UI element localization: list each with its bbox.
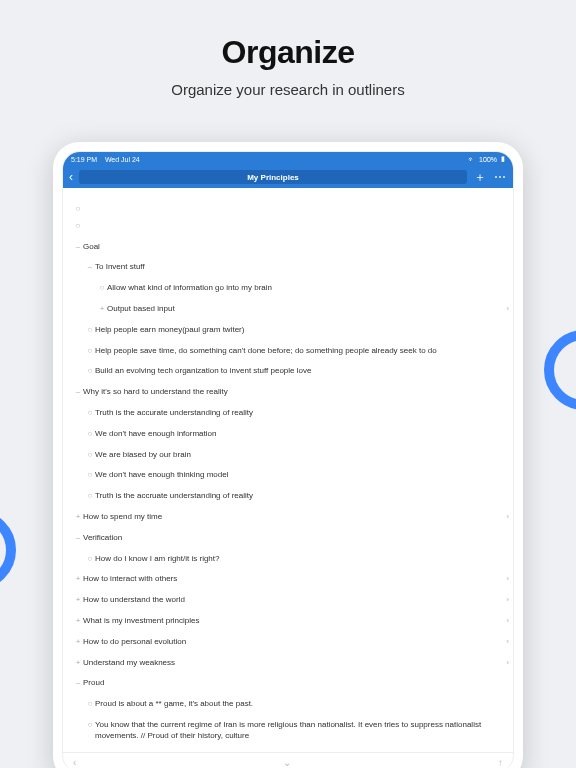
outline-row[interactable]: –Proud [67,678,509,689]
hero-title: Organize [0,34,576,71]
outline-row[interactable]: +Output based input›› [67,304,509,315]
statusbar-time: 5:19 PM [71,156,97,163]
outline-text: Output based input [107,304,509,315]
dot-bullet-icon[interactable]: ○ [85,346,95,357]
outline-text: Understand my weakness [83,658,509,669]
outline-content[interactable]: ○○–Goal–To Invent stuff○Allow what kind … [63,188,513,752]
status-bar: 5:19 PM Wed Jul 24 ᯤ 100% ▮ [63,152,513,166]
chevron-right-icon[interactable]: ›› [506,574,507,583]
dot-bullet-icon[interactable]: ○ [85,325,95,336]
chevron-right-icon[interactable]: ›› [506,637,507,646]
outline-row[interactable]: ○ [67,221,509,232]
outline-text: How to spend my time [83,512,509,523]
dot-bullet-icon[interactable]: ○ [85,699,95,710]
device-frame: 5:19 PM Wed Jul 24 ᯤ 100% ▮ ‹ My Princip… [53,142,523,768]
outline-text: Build an evolving tech organization to i… [95,366,509,377]
outline-text: Help people earn money(paul gram twiter) [95,325,509,336]
back-button[interactable]: ‹ [69,170,73,184]
statusbar-left: 5:19 PM Wed Jul 24 [71,156,140,163]
outline-text: What is my investment principles [83,616,509,627]
outline-text: Goal [83,242,509,253]
statusbar-date: Wed Jul 24 [105,156,140,163]
plus-bullet-icon[interactable]: + [73,616,83,627]
dash-bullet-icon[interactable]: – [73,533,83,544]
outline-row[interactable]: ○Truth is the accruate understanding of … [67,491,509,502]
plus-bullet-icon[interactable]: + [73,574,83,585]
hero: Organize Organize your research in outli… [0,0,576,98]
outline-row[interactable]: ○You know that the current regime of Ira… [67,720,509,742]
dot-bullet-icon[interactable]: ○ [97,283,107,294]
outline-row[interactable]: +How to do personal evolution›› [67,637,509,648]
outline-row[interactable]: +Understand my weakness›› [67,658,509,669]
outline-text: Allow what kind of information go into m… [107,283,509,294]
plus-bullet-icon[interactable]: + [97,304,107,315]
outline-row[interactable]: ○Allow what kind of information go into … [67,283,509,294]
outline-text: We are biased by our brain [95,450,509,461]
dot-bullet-icon[interactable]: ○ [85,470,95,481]
statusbar-right: ᯤ 100% ▮ [468,155,505,163]
outline-row[interactable]: –To Invent stuff [67,262,509,273]
outline-row[interactable]: ○We don't have enough thinking model [67,470,509,481]
chevron-right-icon[interactable]: ›› [506,304,507,313]
dash-bullet-icon[interactable]: – [73,242,83,253]
outline-row[interactable]: ○Proud is about a ** game, it's about th… [67,699,509,710]
decor-ring-right [544,330,576,410]
plus-bullet-icon[interactable]: + [73,637,83,648]
nav-title[interactable]: My Principles [79,170,467,184]
dot-bullet-icon[interactable]: ○ [73,204,83,215]
wifi-icon: ᯤ [468,156,475,163]
outline-row[interactable]: ○Build an evolving tech organization to … [67,366,509,377]
chevron-right-icon[interactable]: ›› [506,616,507,625]
outline-row[interactable]: +How to interact with others›› [67,574,509,585]
toolbar-collapse-icon[interactable]: ⌄ [283,757,291,768]
outline-text: How do I know I am right/it is right? [95,554,509,565]
dot-bullet-icon[interactable]: ○ [85,491,95,502]
outline-row[interactable]: +What is my investment principles›› [67,616,509,627]
dash-bullet-icon[interactable]: – [85,262,95,273]
hero-subtitle: Organize your research in outliners [0,81,576,98]
plus-bullet-icon[interactable]: + [73,658,83,669]
toolbar-share-icon[interactable]: ↑ [498,757,503,768]
more-button[interactable]: ⋯ [493,170,507,184]
outline-row[interactable]: ○We are biased by our brain [67,450,509,461]
outline-row[interactable]: ○Help people save time, do something can… [67,346,509,357]
dot-bullet-icon[interactable]: ○ [85,554,95,565]
add-button[interactable]: ＋ [473,169,487,186]
outline-text: Help people save time, do something can'… [95,346,509,357]
dot-bullet-icon[interactable]: ○ [85,429,95,440]
outline-text: Verification [83,533,509,544]
outline-row[interactable]: ○ [67,204,509,215]
chevron-right-icon[interactable]: ›› [506,658,507,667]
dot-bullet-icon[interactable]: ○ [85,720,95,731]
dot-bullet-icon[interactable]: ○ [85,366,95,377]
outline-text: Why it's so hard to understand the reali… [83,387,509,398]
plus-bullet-icon[interactable]: + [73,595,83,606]
chevron-right-icon[interactable]: ›› [506,512,507,521]
outline-text: We don't have enough thinking model [95,470,509,481]
outline-row[interactable]: ○We don't have enough information [67,429,509,440]
dash-bullet-icon[interactable]: – [73,387,83,398]
dot-bullet-icon[interactable]: ○ [73,221,83,232]
outline-text: We don't have enough information [95,429,509,440]
outline-row[interactable]: ○Help people earn money(paul gram twiter… [67,325,509,336]
statusbar-battery: 100% [479,156,497,163]
outline-row[interactable]: ○Truth is the accurate understanding of … [67,408,509,419]
outline-row[interactable]: +How to spend my time›› [67,512,509,523]
outline-row[interactable]: –Goal [67,242,509,253]
dot-bullet-icon[interactable]: ○ [85,408,95,419]
outline-text: To Invent stuff [95,262,509,273]
outline-row[interactable]: –Why it's so hard to understand the real… [67,387,509,398]
outline-text: Truth is the accurate understanding of r… [95,408,509,419]
nav-title-label: My Principles [247,173,299,182]
chevron-right-icon[interactable]: ›› [506,595,507,604]
outline-row[interactable]: ○How do I know I am right/it is right? [67,554,509,565]
outline-text: Proud is about a ** game, it's about the… [95,699,509,710]
toolbar-back-icon[interactable]: ‹ [73,757,76,768]
outline-text: Proud [83,678,509,689]
outline-row[interactable]: –Verification [67,533,509,544]
dash-bullet-icon[interactable]: – [73,678,83,689]
dot-bullet-icon[interactable]: ○ [85,450,95,461]
decor-ring-left [0,510,16,590]
plus-bullet-icon[interactable]: + [73,512,83,523]
outline-row[interactable]: +How to understand the world›› [67,595,509,606]
